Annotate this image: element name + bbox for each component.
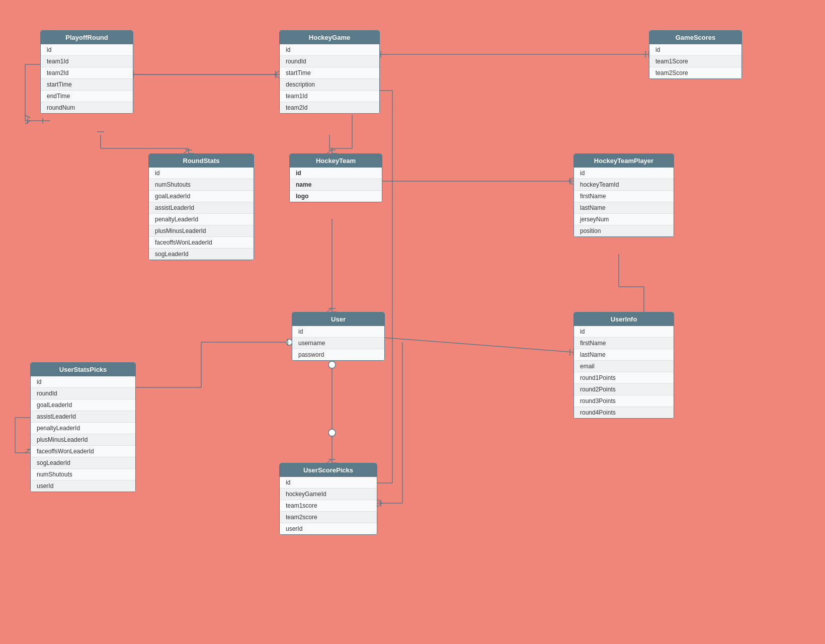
header-UserStatsPicks: UserStatsPicks	[31, 363, 135, 376]
table-PlayoffRound: PlayoffRound id team1Id team2Id startTim…	[40, 30, 133, 114]
row-plusMinusLeaderId: plusMinusLeaderId	[149, 225, 254, 237]
row-id: id	[292, 326, 384, 338]
row-team2Score: team2Score	[649, 67, 741, 78]
header-HockeyTeam: HockeyTeam	[290, 154, 382, 168]
table-UserStatsPicks: UserStatsPicks id roundId goalLeaderId a…	[30, 362, 136, 492]
row-firstName: firstName	[574, 191, 674, 202]
row-lastName: lastName	[574, 202, 674, 214]
row-id: id	[649, 44, 741, 56]
row-faceoffsWonLeaderId: faceoffsWonLeaderId	[149, 237, 254, 249]
header-UserScorePicks: UserScorePicks	[280, 463, 377, 477]
svg-line-75	[377, 503, 382, 507]
svg-line-40	[327, 308, 332, 312]
row-lastName: lastName	[574, 349, 674, 361]
row-roundId: roundId	[280, 56, 379, 67]
row-hockeyTeamId: hockeyTeamId	[574, 179, 674, 191]
row-firstName: firstName	[574, 338, 674, 349]
row-numShutouts: numShutouts	[31, 469, 135, 480]
row-email: email	[574, 361, 674, 372]
table-HockeyTeamPlayer: HockeyTeamPlayer id hockeyTeamId firstNa…	[573, 153, 674, 237]
row-plusMinusLeaderId: plusMinusLeaderId	[31, 434, 135, 446]
row-team1Id: team1Id	[41, 56, 133, 67]
row-assistLeaderId: assistLeaderId	[149, 202, 254, 214]
svg-line-8	[25, 121, 30, 124]
row-team1Score: team1Score	[649, 56, 741, 67]
row-password: password	[292, 349, 384, 360]
row-round4Points: round4Points	[574, 407, 674, 418]
row-sogLeaderId: sogLeaderId	[31, 457, 135, 469]
row-id: id	[574, 168, 674, 179]
svg-line-29	[327, 150, 332, 153]
row-round2Points: round2Points	[574, 384, 674, 395]
row-id: id	[149, 168, 254, 179]
row-team2score: team2score	[280, 512, 377, 523]
row-id: id	[41, 44, 133, 56]
header-RoundStats: RoundStats	[149, 154, 254, 168]
row-userId: userId	[31, 480, 135, 492]
header-HockeyGame: HockeyGame	[280, 31, 379, 44]
row-assistLeaderId: assistLeaderId	[31, 411, 135, 423]
row-endTime: endTime	[41, 91, 133, 102]
row-id: id	[290, 168, 382, 179]
row-name: name	[290, 179, 382, 191]
row-roundNum: roundNum	[41, 102, 133, 113]
svg-point-59	[328, 361, 336, 368]
header-GameScores: GameScores	[649, 31, 741, 44]
row-team1Id: team1Id	[280, 91, 379, 102]
table-User: User id username password	[292, 312, 385, 361]
svg-line-36	[568, 178, 573, 181]
row-goalLeaderId: goalLeaderId	[31, 399, 135, 411]
row-startTime: startTime	[41, 79, 133, 91]
svg-line-7	[25, 115, 30, 118]
svg-line-22	[184, 150, 189, 153]
svg-line-12	[274, 71, 279, 74]
row-id: id	[31, 376, 135, 388]
svg-line-13	[274, 74, 279, 78]
row-penaltyLeaderId: penaltyLeaderId	[149, 214, 254, 225]
header-PlayoffRound: PlayoffRound	[41, 31, 133, 44]
row-penaltyLeaderId: penaltyLeaderId	[31, 423, 135, 434]
row-userId: userId	[280, 523, 377, 534]
svg-line-62	[327, 459, 332, 463]
row-team1score: team1score	[280, 500, 377, 512]
row-goalLeaderId: goalLeaderId	[149, 191, 254, 202]
svg-line-80	[25, 449, 30, 453]
svg-point-60	[328, 429, 336, 436]
row-sogLeaderId: sogLeaderId	[149, 249, 254, 260]
row-round3Points: round3Points	[574, 395, 674, 407]
table-UserScorePicks: UserScorePicks id hockeyGameId team1scor…	[279, 463, 377, 535]
row-jerseyNum: jerseyNum	[574, 214, 674, 225]
table-HockeyTeam: HockeyTeam id name logo	[289, 153, 382, 202]
table-UserInfo: UserInfo id firstName lastName email rou…	[573, 312, 674, 419]
row-position: position	[574, 225, 674, 236]
row-team2Id: team2Id	[280, 102, 379, 113]
table-RoundStats: RoundStats id numShutouts goalLeaderId a…	[148, 153, 254, 260]
row-hockeyGameId: hockeyGameId	[280, 489, 377, 500]
svg-line-74	[377, 500, 382, 503]
row-description: description	[280, 79, 379, 91]
row-id: id	[574, 326, 674, 338]
row-startTime: startTime	[280, 67, 379, 79]
row-faceoffsWonLeaderId: faceoffsWonLeaderId	[31, 446, 135, 457]
svg-line-45	[377, 337, 573, 352]
row-numShutouts: numShutouts	[149, 179, 254, 191]
table-HockeyGame: HockeyGame id roundId startTime descript…	[279, 30, 380, 114]
row-id: id	[280, 477, 377, 489]
row-logo: logo	[290, 191, 382, 202]
row-username: username	[292, 338, 384, 349]
table-GameScores: GameScores id team1Score team2Score	[649, 30, 742, 79]
row-team2Id: team2Id	[41, 67, 133, 79]
row-roundId: roundId	[31, 388, 135, 399]
header-UserInfo: UserInfo	[574, 312, 674, 326]
row-round1Points: round1Points	[574, 372, 674, 384]
row-id: id	[280, 44, 379, 56]
svg-line-37	[568, 181, 573, 185]
header-User: User	[292, 312, 384, 326]
diagram-container: PlayoffRound id team1Id team2Id startTim…	[0, 0, 825, 644]
header-HockeyTeamPlayer: HockeyTeamPlayer	[574, 154, 674, 168]
